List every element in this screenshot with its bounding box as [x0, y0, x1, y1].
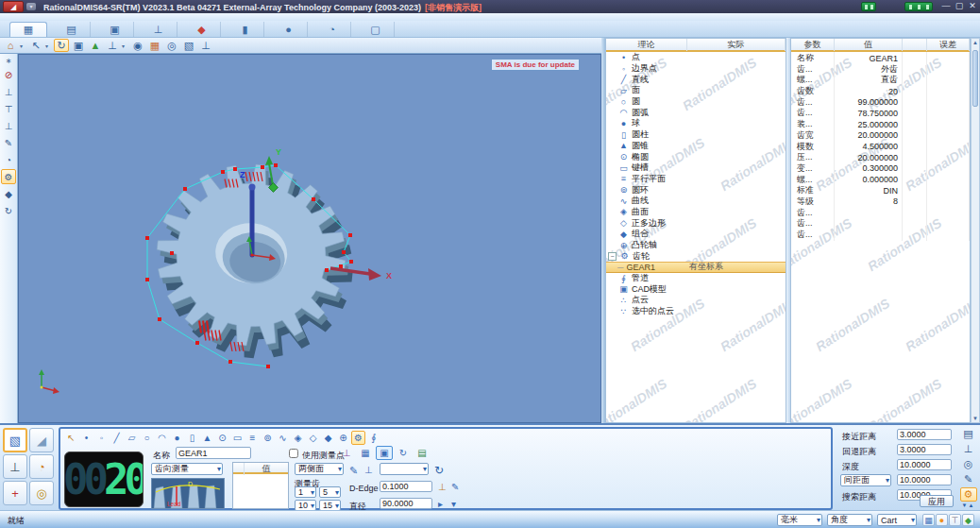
- property-row-压...[interactable]: 压...20.000000: [791, 151, 970, 162]
- property-row-齿...[interactable]: 齿...: [791, 229, 970, 240]
- refresh-icon[interactable]: ↻: [434, 464, 444, 477]
- app-logo-icon[interactable]: ◢: [3, 1, 24, 12]
- cube-view-button[interactable]: ▧: [181, 39, 196, 52]
- maximize-button[interactable]: ▢: [954, 1, 965, 11]
- feature-slot-button[interactable]: ▭: [230, 431, 245, 445]
- ribbon-tab-monitor[interactable]: ▢: [357, 22, 395, 37]
- feature-plane-button[interactable]: ▱: [125, 431, 139, 445]
- property-row-齿...[interactable]: 齿...: [791, 207, 970, 218]
- home-button[interactable]: ⌂: [3, 39, 18, 52]
- scroll-down-icon[interactable]: ▼: [972, 416, 979, 421]
- feature-torus-button[interactable]: ⊚: [261, 431, 275, 445]
- ribbon-tab-layout-grid[interactable]: ▣: [96, 22, 134, 37]
- probe-dir-icon[interactable]: ▸: [438, 499, 443, 509]
- apply-button[interactable]: 应用: [920, 495, 954, 507]
- feature-surface-button[interactable]: ◈: [291, 431, 305, 445]
- printer-button[interactable]: ▤: [960, 427, 977, 441]
- grid-status-icon[interactable]: ▦: [922, 514, 935, 526]
- tree-item-键槽[interactable]: ▭键槽: [606, 162, 786, 174]
- touch-probe-icon[interactable]: ⊥: [364, 465, 373, 475]
- tree-item-球[interactable]: ●球: [606, 118, 786, 129]
- sma-update-badge[interactable]: SMA is due for update: [491, 59, 580, 71]
- feature-ellipse-button[interactable]: ⊙: [215, 431, 229, 445]
- tree-item-曲线[interactable]: ∿曲线: [606, 196, 786, 207]
- rotate-tool-tab[interactable]: ↻: [395, 446, 412, 460]
- feature-point-button[interactable]: •: [79, 431, 93, 445]
- flank-select[interactable]: 两侧面: [295, 463, 344, 475]
- probe-edit-button[interactable]: ✎: [1, 135, 16, 150]
- units-select[interactable]: 毫米: [777, 514, 822, 526]
- coordinate-system-button[interactable]: +: [3, 481, 27, 505]
- dedge-input[interactable]: [380, 481, 432, 492]
- probe-move-button[interactable]: ◆: [1, 186, 16, 201]
- ball-status-icon[interactable]: ●: [936, 514, 948, 526]
- calibration-button[interactable]: ◔: [29, 454, 54, 479]
- property-row-齿数[interactable]: 齿数20: [791, 85, 970, 96]
- tree-header-actual[interactable]: 实际: [687, 39, 786, 51]
- fixture-button[interactable]: ◎: [29, 481, 54, 505]
- tree-item-凸轮轴[interactable]: ⊕凸轮轴: [606, 240, 786, 251]
- chart-tab[interactable]: ▦: [357, 446, 374, 460]
- use-measure-points-checkbox[interactable]: [289, 449, 298, 458]
- pen-probe-icon[interactable]: ✎: [349, 465, 358, 477]
- property-row-齿...[interactable]: 齿...: [791, 217, 970, 229]
- home-dropdown-icon[interactable]: ▾: [20, 39, 26, 52]
- tree-item-管道[interactable]: ∮管道: [606, 273, 786, 284]
- property-row-标准[interactable]: 标准DIN: [791, 184, 970, 196]
- cursor-dropdown-icon[interactable]: ▾: [45, 39, 52, 52]
- param-input-回退距离[interactable]: [897, 444, 952, 455]
- tooth-select-2[interactable]: 5: [319, 486, 341, 498]
- name-input[interactable]: [176, 447, 251, 459]
- probe-check-button[interactable]: ⊥: [960, 442, 977, 456]
- param-input-间距面[interactable]: [897, 474, 952, 485]
- tree-item-圆锥[interactable]: ▲圆锥: [606, 141, 786, 152]
- tree-item-平行平面[interactable]: ≡平行平面: [606, 174, 786, 185]
- property-row-变...[interactable]: 变...0.300000: [791, 162, 970, 174]
- feature-line-button[interactable]: ╱: [110, 431, 124, 445]
- feature-cone-button[interactable]: ▲: [200, 431, 214, 445]
- feature-curve-button[interactable]: ∿: [276, 431, 290, 445]
- tree-item-椭圆[interactable]: ⊙椭圆: [606, 151, 786, 162]
- grid-view-tab[interactable]: ▣: [376, 446, 393, 460]
- axes-button[interactable]: ⊥: [105, 39, 120, 52]
- ribbon-tab-clock[interactable]: ◔: [313, 22, 351, 37]
- probe-a-button[interactable]: ⊥: [1, 84, 16, 99]
- feature-camshaft-button[interactable]: ⊕: [336, 431, 350, 445]
- logo-dropdown-icon[interactable]: ▾: [26, 3, 36, 10]
- param-input-深度[interactable]: [897, 459, 952, 470]
- cursor-button[interactable]: ↖: [28, 39, 43, 52]
- tree-item-齿轮[interactable]: −⚙齿轮: [606, 250, 786, 262]
- tree-item-直线[interactable]: ╱直线: [606, 74, 786, 85]
- properties-scrollbar[interactable]: ▲ ▼: [971, 38, 980, 423]
- tree-item-曲面[interactable]: ◈曲面: [606, 207, 786, 218]
- close-button[interactable]: ✕: [967, 1, 978, 11]
- tree-item-边界点[interactable]: ◦边界点: [606, 63, 786, 75]
- probe-calibrate-button[interactable]: ◔: [1, 152, 16, 167]
- feature-boundary-point-button[interactable]: ◦: [94, 431, 109, 445]
- direction-measure-select[interactable]: 齿向测量: [151, 463, 223, 475]
- feature-pipe-button[interactable]: ∮: [366, 431, 380, 445]
- ribbon-tab-render-diamond[interactable]: ◆: [183, 22, 221, 37]
- tree-item-选中的点云[interactable]: ∵选中的点云: [606, 306, 786, 317]
- properties-column-headers[interactable]: 参数 值 误差: [791, 39, 970, 52]
- eye-button[interactable]: ◉: [130, 39, 145, 52]
- tool-status-icon[interactable]: ⊤: [949, 514, 961, 526]
- scrollbar-thumb[interactable]: [972, 50, 978, 107]
- ribbon-tab-device[interactable]: ▮: [227, 22, 264, 37]
- rotate-view-button[interactable]: ↻: [54, 39, 69, 52]
- feature-polygon-button[interactable]: ◇: [306, 431, 320, 445]
- datum-icon[interactable]: ⊥: [438, 482, 447, 492]
- collapse-panel-icon[interactable]: ▼▲: [962, 502, 975, 508]
- probe-fit-icon[interactable]: ▾: [451, 499, 456, 509]
- tree-column-headers[interactable]: 理论 实际: [606, 39, 786, 52]
- property-row-螺...[interactable]: 螺...直齿: [791, 74, 970, 85]
- feature-sphere-button[interactable]: ●: [170, 431, 184, 445]
- prop-header-value[interactable]: 值: [835, 39, 903, 51]
- tree-header-theory[interactable]: 理论: [606, 39, 687, 51]
- diameter-input[interactable]: [380, 498, 432, 509]
- ribbon-tab-document[interactable]: ▤: [53, 22, 91, 37]
- property-row-齿...[interactable]: 齿...78.750000: [791, 107, 970, 118]
- feature-parallel-planes-button[interactable]: ≡: [245, 431, 260, 445]
- probe-build-button[interactable]: ⚙: [1, 169, 16, 184]
- prop-header-param[interactable]: 参数: [791, 39, 835, 51]
